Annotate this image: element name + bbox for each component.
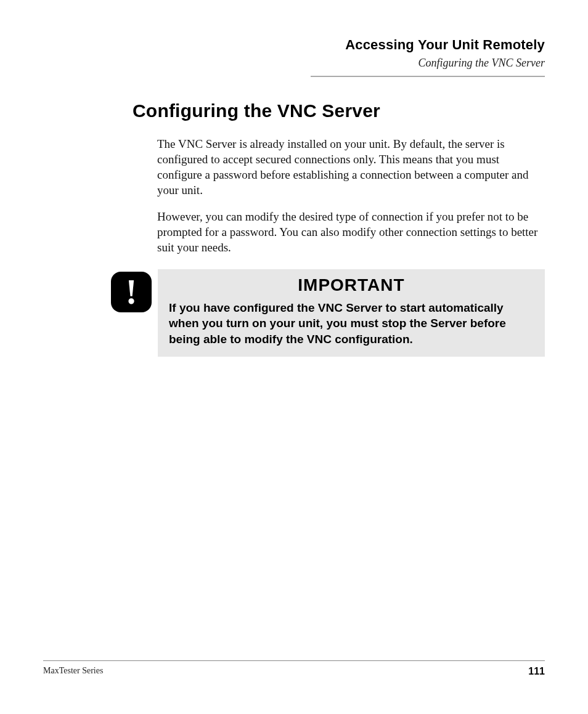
footer-series: MaxTester Series [43,666,103,677]
section-heading: Configuring the VNC Server [43,100,545,121]
page-footer: MaxTester Series 111 [43,660,545,677]
important-title: IMPORTANT [169,275,534,295]
footer-row: MaxTester Series 111 [43,666,545,677]
important-box: IMPORTANT If you have configured the VNC… [158,269,545,357]
section-subtitle: Configuring the VNC Server [43,57,545,70]
exclamation-icon: ! [126,275,137,309]
header-divider [311,76,545,77]
document-page: Accessing Your Unit Remotely Configuring… [0,0,588,714]
important-icon: ! [111,272,152,312]
body-paragraph: However, you can modify the desired type… [157,209,545,255]
page-number: 111 [528,666,545,677]
footer-divider [43,660,545,661]
important-callout: ! IMPORTANT If you have configured the V… [111,269,545,357]
important-text: If you have configured the VNC Server to… [169,300,534,347]
chapter-title: Accessing Your Unit Remotely [43,37,545,53]
body-paragraph: The VNC Server is already installed on y… [157,136,545,198]
running-header: Accessing Your Unit Remotely Configuring… [43,37,545,77]
